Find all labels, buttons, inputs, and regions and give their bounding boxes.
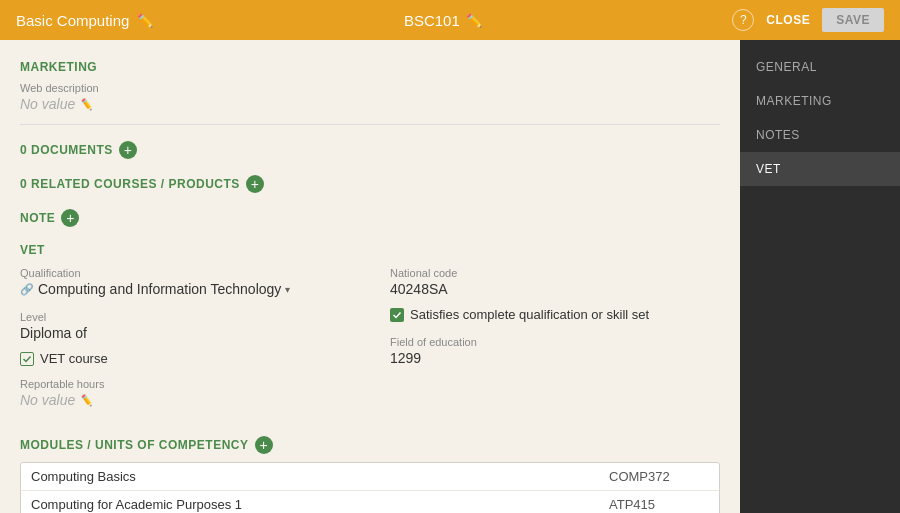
satisfies-row: Satisfies complete qualification or skil… — [390, 307, 720, 322]
vet-course-checkbox[interactable] — [20, 352, 34, 366]
add-document-button[interactable]: + — [119, 141, 137, 159]
reportable-hours-value: No value ✏️ — [20, 392, 350, 408]
module-name-2: Computing for Academic Purposes 1 — [31, 497, 609, 512]
vet-course-row: VET course — [20, 351, 350, 366]
level-label: Level — [20, 311, 350, 323]
vet-columns: Qualification 🔗 Computing and Informatio… — [20, 267, 720, 418]
page-title: Basic Computing — [16, 12, 129, 29]
vet-right-col: National code 40248SA Satisfies complete… — [390, 267, 720, 418]
sidebar-item-marketing[interactable]: MARKETING — [740, 84, 900, 118]
module-code-2: ATP415 — [609, 497, 709, 512]
table-row: Computing for Academic Purposes 1 ATP415 — [21, 491, 719, 513]
field-of-education-field: Field of education 1299 — [390, 336, 720, 366]
header-right: ? CLOSE SAVE — [732, 8, 884, 32]
close-button[interactable]: CLOSE — [766, 13, 810, 27]
main-layout: MARKETING Web description No value ✏️ 0 … — [0, 40, 900, 513]
satisfies-label: Satisfies complete qualification or skil… — [410, 307, 649, 322]
field-of-education-value: 1299 — [390, 350, 720, 366]
modules-table: Computing Basics COMP372 Computing for A… — [20, 462, 720, 513]
vet-left-col: Qualification 🔗 Computing and Informatio… — [20, 267, 350, 418]
national-code-label: National code — [390, 267, 720, 279]
title-edit-icon[interactable]: ✏️ — [137, 13, 153, 28]
reportable-hours-edit-icon[interactable]: ✏️ — [79, 394, 93, 407]
marketing-section-title: MARKETING — [20, 60, 720, 74]
web-description-label: Web description — [20, 82, 720, 94]
code-edit-icon[interactable]: ✏️ — [466, 13, 482, 28]
divider-1 — [20, 124, 720, 125]
course-code: BSC101 — [404, 12, 460, 29]
vet-course-label: VET course — [40, 351, 108, 366]
related-courses-section: 0 RELATED COURSES / PRODUCTS + — [20, 175, 720, 193]
help-icon[interactable]: ? — [732, 9, 754, 31]
note-section: NOTE + — [20, 209, 720, 227]
qualification-dropdown-icon[interactable]: ▾ — [285, 284, 290, 295]
sidebar-item-general[interactable]: GENERAL — [740, 50, 900, 84]
documents-section: 0 DOCUMENTS + — [20, 141, 720, 159]
sidebar: GENERAL MARKETING NOTES VET — [740, 40, 900, 513]
web-description-edit-icon[interactable]: ✏️ — [79, 98, 93, 111]
module-code-1: COMP372 — [609, 469, 709, 484]
module-name-1: Computing Basics — [31, 469, 609, 484]
web-description-value: No value ✏️ — [20, 96, 720, 112]
level-value: Diploma of — [20, 325, 350, 341]
reportable-hours-field: Reportable hours No value ✏️ — [20, 378, 350, 408]
ext-link-icon[interactable]: 🔗 — [20, 283, 34, 296]
table-row: Computing Basics COMP372 — [21, 463, 719, 491]
level-field: Level Diploma of — [20, 311, 350, 341]
national-code-value: 40248SA — [390, 281, 720, 297]
sidebar-item-notes[interactable]: NOTES — [740, 118, 900, 152]
header-center: BSC101 ✏️ — [404, 12, 482, 29]
satisfies-checkbox[interactable] — [390, 308, 404, 322]
add-related-course-button[interactable]: + — [246, 175, 264, 193]
modules-section-title: MODULES / UNITS OF COMPETENCY + — [20, 436, 720, 454]
field-of-education-label: Field of education — [390, 336, 720, 348]
save-button[interactable]: SAVE — [822, 8, 884, 32]
header-left: Basic Computing ✏️ — [16, 12, 153, 29]
qualification-value: 🔗 Computing and Information Technology ▾ — [20, 281, 350, 297]
satisfies-checkbox-row: Satisfies complete qualification or skil… — [390, 307, 720, 322]
qualification-label: Qualification — [20, 267, 350, 279]
add-module-button[interactable]: + — [255, 436, 273, 454]
sidebar-item-vet[interactable]: VET — [740, 152, 900, 186]
vet-section-title: VET — [20, 243, 720, 257]
reportable-hours-label: Reportable hours — [20, 378, 350, 390]
main-content: MARKETING Web description No value ✏️ 0 … — [0, 40, 740, 513]
app-header: Basic Computing ✏️ BSC101 ✏️ ? CLOSE SAV… — [0, 0, 900, 40]
add-note-button[interactable]: + — [61, 209, 79, 227]
